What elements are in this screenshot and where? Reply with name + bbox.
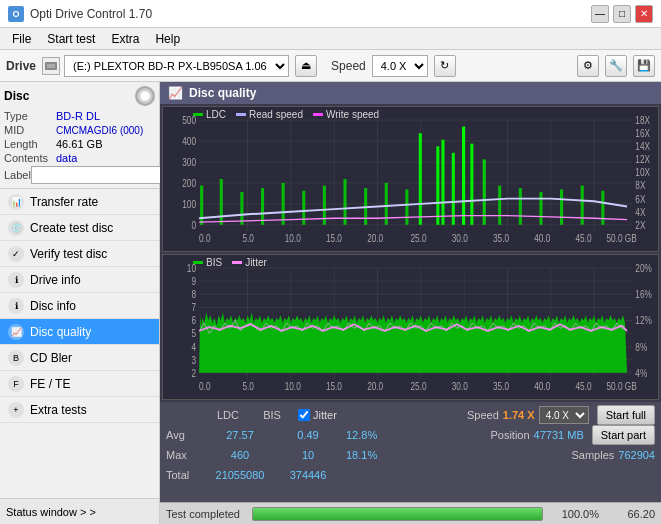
drive-icon	[42, 57, 60, 75]
svg-text:45.0: 45.0	[576, 232, 592, 244]
content-area: 📈 Disc quality LDC Read speed	[160, 82, 661, 524]
speed-section: Speed 1.74 X 4.0 X	[467, 406, 589, 424]
svg-rect-46	[240, 192, 243, 225]
avg-jitter: 12.8%	[346, 429, 377, 441]
sidebar-item-disc-quality[interactable]: 📈 Disc quality	[0, 319, 159, 345]
total-label: Total	[166, 469, 202, 481]
chart2-svg: 10 9 8 7 6 5 4 3 2 20% 16% 12% 8% 4%	[163, 255, 658, 399]
fe-te-icon: F	[8, 376, 24, 392]
stats-max-row: Max 460 10 18.1% Samples 762904	[166, 446, 655, 464]
create-test-icon: 💿	[8, 220, 24, 236]
verify-test-icon: ✓	[8, 246, 24, 262]
svg-text:30.0: 30.0	[452, 380, 468, 392]
window-controls: — □ ✕	[591, 5, 653, 23]
svg-text:5: 5	[191, 327, 196, 339]
svg-text:16%: 16%	[635, 288, 652, 300]
start-full-button[interactable]: Start full	[597, 405, 655, 425]
svg-rect-64	[539, 192, 542, 225]
drive-selector[interactable]: (E:) PLEXTOR BD-R PX-LB950SA 1.06	[64, 55, 289, 77]
eject-button[interactable]: ⏏	[295, 55, 317, 77]
svg-text:6X: 6X	[635, 193, 646, 205]
total-ldc: 21055080	[210, 469, 270, 481]
svg-rect-2	[163, 107, 658, 251]
content-header-title: Disc quality	[189, 86, 256, 100]
svg-text:45.0: 45.0	[576, 380, 592, 392]
svg-text:10X: 10X	[635, 166, 650, 178]
tool-button[interactable]: 🔧	[605, 55, 627, 77]
svg-text:25.0: 25.0	[411, 232, 427, 244]
disc-mid-value: CMCMAGDI6 (000)	[56, 125, 143, 136]
maximize-button[interactable]: □	[613, 5, 631, 23]
svg-text:9: 9	[191, 275, 196, 287]
sidebar-item-transfer-rate[interactable]: 📊 Transfer rate	[0, 189, 159, 215]
svg-rect-66	[581, 186, 584, 225]
svg-rect-63	[519, 188, 522, 225]
close-button[interactable]: ✕	[635, 5, 653, 23]
sidebar-item-drive-info[interactable]: ℹ Drive info	[0, 267, 159, 293]
svg-text:40.0: 40.0	[534, 380, 550, 392]
status-window-button[interactable]: Status window > >	[0, 498, 159, 524]
svg-text:2: 2	[191, 367, 196, 379]
svg-text:4: 4	[191, 341, 196, 353]
sidebar-item-extra-tests[interactable]: + Extra tests	[0, 397, 159, 423]
svg-text:20%: 20%	[635, 262, 652, 274]
read-speed-legend-dot	[236, 113, 246, 116]
svg-text:4X: 4X	[635, 206, 646, 218]
bottom-status-bar: Test completed 100.0% 66.20	[160, 502, 661, 524]
action-buttons: Start full	[597, 405, 655, 425]
avg-label: Avg	[166, 429, 202, 441]
progress-percent: 100.0%	[549, 508, 599, 520]
chart1-svg: 500 400 300 200 100 0 18X 16X 14X 12X 10…	[163, 107, 658, 251]
speed-selector[interactable]: 4.0 X	[372, 55, 428, 77]
ldc-chart: LDC Read speed Write speed	[162, 106, 659, 252]
refresh-button[interactable]: ↻	[434, 55, 456, 77]
disc-contents-row: Contents data	[4, 152, 155, 164]
speed-label: Speed	[331, 59, 366, 73]
disc-length-row: Length 46.61 GB	[4, 138, 155, 150]
cd-bler-icon: B	[8, 350, 24, 366]
svg-rect-60	[470, 144, 473, 225]
svg-text:16X: 16X	[635, 127, 650, 139]
stats-bar: LDC BIS Jitter Speed 1.74 X 4.0 X St	[160, 402, 661, 502]
sidebar-item-disc-info[interactable]: ℹ Disc info	[0, 293, 159, 319]
svg-text:50.0 GB: 50.0 GB	[606, 232, 636, 244]
disc-icon	[135, 86, 155, 106]
sidebar-item-create-test-disc[interactable]: 💿 Create test disc	[0, 215, 159, 241]
svg-rect-57	[441, 140, 444, 225]
max-ldc: 460	[210, 449, 270, 461]
bis-legend-dot	[193, 261, 203, 264]
save-button[interactable]: 💾	[633, 55, 655, 77]
avg-ldc: 27.57	[210, 429, 270, 441]
jitter-checkbox[interactable]	[298, 409, 310, 421]
speed-select[interactable]: 4.0 X	[539, 406, 589, 424]
jitter-legend-dot	[232, 261, 242, 264]
disc-quality-icon: 📈	[8, 324, 24, 340]
titlebar: O Opti Drive Control 1.70 — □ ✕	[0, 0, 661, 28]
content-header-icon: 📈	[168, 86, 183, 100]
svg-text:5.0: 5.0	[242, 232, 253, 244]
sidebar-item-verify-test-disc[interactable]: ✓ Verify test disc	[0, 241, 159, 267]
menu-extra[interactable]: Extra	[103, 30, 147, 48]
svg-text:30.0: 30.0	[452, 232, 468, 244]
sidebar-item-fe-te[interactable]: F FE / TE	[0, 371, 159, 397]
sidebar-item-cd-bler[interactable]: B CD Bler	[0, 345, 159, 371]
menu-start-test[interactable]: Start test	[39, 30, 103, 48]
app-title: Opti Drive Control 1.70	[30, 7, 152, 21]
start-part-button[interactable]: Start part	[592, 425, 655, 445]
settings-button[interactable]: ⚙	[577, 55, 599, 77]
minimize-button[interactable]: —	[591, 5, 609, 23]
action-buttons-right: Start part	[592, 425, 655, 445]
extra-tests-icon: +	[8, 402, 24, 418]
speed-stat-label: Speed	[467, 409, 499, 421]
drive-label: Drive	[6, 59, 36, 73]
stats-total-row: Total 21055080 374446	[166, 466, 655, 484]
menu-help[interactable]: Help	[147, 30, 188, 48]
disc-label-input[interactable]	[31, 166, 175, 184]
svg-text:18X: 18X	[635, 114, 650, 126]
status-text: Test completed	[166, 508, 246, 520]
disc-panel: Disc Type BD-R DL MID CMCMAGDI6 (000) Le…	[0, 82, 159, 189]
jitter-checkbox-wrapper[interactable]: Jitter	[298, 409, 337, 421]
svg-text:8: 8	[191, 288, 196, 300]
menu-file[interactable]: File	[4, 30, 39, 48]
sidebar: Disc Type BD-R DL MID CMCMAGDI6 (000) Le…	[0, 82, 160, 524]
